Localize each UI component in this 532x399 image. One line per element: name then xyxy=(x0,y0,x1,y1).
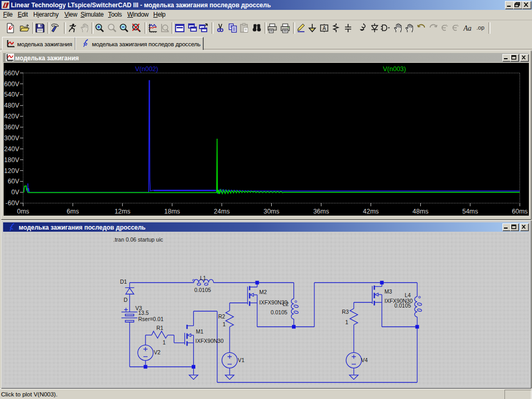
svg-text:30ms: 30ms xyxy=(263,208,280,215)
svg-text:V(n003): V(n003) xyxy=(383,65,406,73)
svg-text:18ms: 18ms xyxy=(164,208,180,215)
svg-text:Aa: Aa xyxy=(463,24,472,32)
svg-text:V2: V2 xyxy=(154,349,161,355)
svg-text:.op: .op xyxy=(476,24,484,31)
svg-text:180V: 180V xyxy=(4,156,20,164)
svg-text:54ms: 54ms xyxy=(462,208,478,215)
svg-text:M1: M1 xyxy=(196,328,204,335)
svg-text:420V: 420V xyxy=(4,113,20,120)
svg-text:48ms: 48ms xyxy=(413,208,429,215)
svg-text:M2: M2 xyxy=(259,289,267,295)
svg-text:R2: R2 xyxy=(218,313,225,320)
svg-text:600V: 600V xyxy=(4,81,20,88)
svg-text:V1: V1 xyxy=(238,357,245,363)
svg-text:D: D xyxy=(124,297,128,303)
svg-text:60V: 60V xyxy=(8,178,20,185)
svg-text:A: A xyxy=(323,25,326,31)
svg-text:12ms: 12ms xyxy=(114,208,130,215)
svg-text:24ms: 24ms xyxy=(214,208,230,215)
svg-text:0ms: 0ms xyxy=(17,208,30,215)
svg-text:0.0105: 0.0105 xyxy=(271,309,287,315)
svg-text:0.0105: 0.0105 xyxy=(394,302,411,309)
svg-text:V(n002): V(n002) xyxy=(135,65,158,73)
svg-text:13.5: 13.5 xyxy=(138,310,149,316)
svg-text:0V: 0V xyxy=(11,189,20,196)
svg-text:-60V: -60V xyxy=(6,200,20,207)
svg-text:300V: 300V xyxy=(4,135,20,142)
svg-text:L4: L4 xyxy=(405,292,411,298)
svg-text:540V: 540V xyxy=(4,91,20,98)
svg-text:L2: L2 xyxy=(283,301,289,307)
svg-text:360V: 360V xyxy=(4,124,20,131)
svg-text:36ms: 36ms xyxy=(313,208,329,215)
svg-text:R1: R1 xyxy=(156,325,164,331)
svg-text:.tran 0.06 startup uic: .tran 0.06 startup uic xyxy=(113,236,163,243)
svg-text:R3: R3 xyxy=(342,309,349,315)
svg-text:120V: 120V xyxy=(4,167,20,175)
svg-text:IXFX90N30: IXFX90N30 xyxy=(195,338,223,344)
svg-text:V4: V4 xyxy=(361,357,368,363)
svg-text:480V: 480V xyxy=(4,102,20,109)
svg-text:1: 1 xyxy=(345,319,349,325)
svg-text:L1: L1 xyxy=(200,275,206,281)
svg-text:M3: M3 xyxy=(384,288,392,295)
svg-text:Rser=0.01: Rser=0.01 xyxy=(138,316,164,322)
svg-text:1: 1 xyxy=(163,339,166,345)
svg-text:1: 1 xyxy=(223,321,226,327)
svg-text:0.0105: 0.0105 xyxy=(194,287,211,293)
svg-text:660V: 660V xyxy=(4,70,20,77)
svg-text:42ms: 42ms xyxy=(363,208,379,215)
svg-text:60ms: 60ms xyxy=(512,208,528,215)
svg-text:D1: D1 xyxy=(120,278,127,285)
svg-text:240V: 240V xyxy=(4,145,20,153)
svg-text:6ms: 6ms xyxy=(66,208,79,215)
